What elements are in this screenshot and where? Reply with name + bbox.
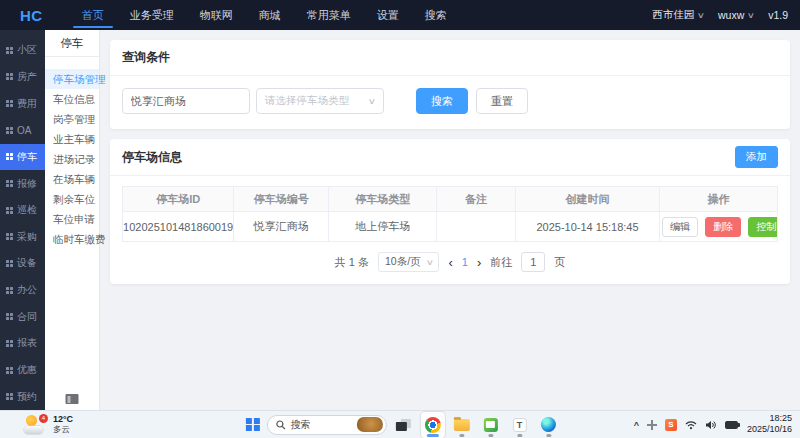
sidebar-item-parking[interactable]: 停车 bbox=[0, 144, 45, 171]
submenu-item-parking-lot-mgmt[interactable]: 停车场管理 bbox=[45, 69, 99, 89]
page-unit-label: 页 bbox=[554, 255, 565, 270]
sidebar-item-reservation[interactable]: 预约 bbox=[0, 383, 45, 410]
sidebar-item-community[interactable]: 小区 bbox=[0, 37, 45, 64]
taskbar-clock[interactable]: 18:25 2025/10/16 bbox=[747, 413, 792, 436]
nav-item-business[interactable]: 业务受理 bbox=[117, 0, 187, 30]
submenu-item-remaining-space[interactable]: 剩余车位 bbox=[45, 189, 99, 209]
sidebar-item-fees[interactable]: 费用 bbox=[0, 90, 45, 117]
chrome-button[interactable] bbox=[420, 412, 444, 438]
edge-button[interactable] bbox=[536, 412, 560, 438]
col-header-remark: 备注 bbox=[437, 187, 516, 212]
t-app-icon: T bbox=[512, 418, 526, 432]
goto-page-input[interactable] bbox=[521, 252, 545, 272]
nav-item-search[interactable]: 搜索 bbox=[412, 0, 460, 30]
version-label: v1.9 bbox=[768, 9, 788, 21]
sidebar-item-office[interactable]: 办公 bbox=[0, 277, 45, 304]
taskbar-search[interactable]: 搜索 bbox=[266, 415, 386, 435]
sidebar-item-discount[interactable]: 优惠 bbox=[0, 357, 45, 384]
sidebar-item-procurement[interactable]: 采购 bbox=[0, 223, 45, 250]
delete-button[interactable]: 删除 bbox=[705, 217, 741, 237]
t-app-button[interactable]: T bbox=[507, 412, 531, 438]
folder-icon bbox=[453, 419, 469, 431]
col-header-actions: 操作 bbox=[660, 187, 778, 212]
sidebar-item-report[interactable]: 报表 bbox=[0, 330, 45, 357]
wifi-icon[interactable] bbox=[685, 420, 697, 430]
chevron-down-icon: ∨ bbox=[747, 11, 755, 20]
submenu-item-booth-mgmt[interactable]: 岗亭管理 bbox=[45, 109, 99, 129]
search-placeholder: 搜索 bbox=[290, 418, 351, 432]
sidebar-item-oa[interactable]: OA bbox=[0, 117, 45, 144]
search-button[interactable]: 搜索 bbox=[416, 88, 468, 114]
photos-icon bbox=[483, 418, 497, 432]
grid-icon bbox=[6, 260, 13, 267]
submenu-item-owner-vehicle[interactable]: 业主车辆 bbox=[45, 129, 99, 149]
chevron-down-icon: ∨ bbox=[368, 97, 376, 106]
sidebar-item-property[interactable]: 房产 bbox=[0, 64, 45, 91]
weather-widget[interactable]: 4 12°C 多云 bbox=[24, 411, 73, 438]
submenu-item-space-info[interactable]: 车位信息 bbox=[45, 89, 99, 109]
table-row: 102025101481860019 悦享汇商场 地上停车场 2025-10-1… bbox=[123, 212, 778, 242]
search-highlight-thumbnail bbox=[356, 417, 382, 432]
prev-page-button[interactable]: ‹ bbox=[448, 256, 452, 269]
navbar-right: 西市佳园 ∨ wuxw ∨ v1.9 bbox=[652, 8, 788, 22]
submenu-item-temp-payment[interactable]: 临时车缴费 bbox=[45, 229, 99, 249]
page-size-select[interactable]: 10条/页 ∨ bbox=[378, 252, 439, 272]
submenu-item-entry-record[interactable]: 进场记录 bbox=[45, 149, 99, 169]
community-selector[interactable]: 西市佳园 ∨ bbox=[652, 8, 704, 22]
file-explorer-button[interactable] bbox=[449, 412, 473, 438]
next-page-button[interactable]: › bbox=[477, 256, 481, 269]
parking-type-select[interactable]: 请选择停车场类型 ∨ bbox=[256, 88, 384, 114]
secondary-sidebar: 停车 停车场管理 车位信息 岗亭管理 业主车辆 进场记录 在场车辆 剩余车位 车… bbox=[45, 30, 100, 410]
community-name: 西市佳园 bbox=[652, 8, 694, 22]
nav-item-home[interactable]: 首页 bbox=[69, 0, 117, 30]
volume-icon[interactable] bbox=[705, 420, 717, 430]
sidebar-item-equipment[interactable]: 设备 bbox=[0, 250, 45, 277]
cell-actions: 编辑 删除 控制台 bbox=[660, 212, 778, 242]
sidebar-item-inspection[interactable]: 巡检 bbox=[0, 197, 45, 224]
sun-icon bbox=[26, 415, 37, 426]
col-header-code: 停车场编号 bbox=[234, 187, 329, 212]
grid-icon bbox=[6, 180, 13, 187]
app-logo: HC bbox=[20, 7, 43, 24]
hidden-icons-chevron[interactable]: ^ bbox=[634, 420, 639, 430]
submenu-item-present-vehicle[interactable]: 在场车辆 bbox=[45, 169, 99, 189]
console-button[interactable]: 控制台 bbox=[748, 217, 777, 237]
cell-remark bbox=[437, 212, 516, 242]
grid-icon bbox=[6, 313, 13, 320]
start-button[interactable] bbox=[246, 418, 260, 432]
screen: HC 首页 业务受理 物联网 商城 常用菜单 设置 搜索 西市佳园 ∨ wuxw… bbox=[0, 0, 800, 438]
nav-item-settings[interactable]: 设置 bbox=[364, 0, 412, 30]
parking-info-header: 停车场信息 添加 bbox=[110, 139, 790, 176]
ime-icon[interactable] bbox=[647, 420, 657, 430]
grid-icon bbox=[6, 100, 13, 107]
edge-icon bbox=[541, 417, 556, 432]
query-card: 查询条件 请选择停车场类型 ∨ 搜索 重置 bbox=[110, 40, 790, 129]
grid-icon bbox=[6, 127, 13, 134]
grid-icon bbox=[6, 340, 13, 347]
col-header-created: 创建时间 bbox=[515, 187, 659, 212]
edit-button[interactable]: 编辑 bbox=[662, 217, 698, 237]
page-number-button[interactable]: 1 bbox=[462, 256, 468, 268]
col-header-id: 停车场ID bbox=[123, 187, 234, 212]
sidebar-item-contract[interactable]: 合同 bbox=[0, 303, 45, 330]
user-menu[interactable]: wuxw ∨ bbox=[718, 9, 754, 21]
sogou-input-icon[interactable]: S bbox=[665, 419, 677, 431]
taskbar: 4 12°C 多云 搜索 T ^ S bbox=[0, 410, 800, 438]
sidebar-item-repair[interactable]: 报修 bbox=[0, 170, 45, 197]
parking-name-input[interactable] bbox=[122, 88, 250, 114]
photos-button[interactable] bbox=[478, 412, 502, 438]
cell-code: 悦享汇商场 bbox=[234, 212, 329, 242]
nav-item-mall[interactable]: 商城 bbox=[246, 0, 294, 30]
submenu-item-space-apply[interactable]: 车位申请 bbox=[45, 209, 99, 229]
nav-item-common-menu[interactable]: 常用菜单 bbox=[294, 0, 364, 30]
grid-icon bbox=[6, 153, 13, 160]
nav-item-iot[interactable]: 物联网 bbox=[187, 0, 246, 30]
sidebar-collapse-icon[interactable] bbox=[66, 394, 79, 404]
total-count: 共 1 条 bbox=[335, 255, 369, 270]
add-button[interactable]: 添加 bbox=[735, 146, 778, 168]
taskview-button[interactable] bbox=[391, 412, 415, 438]
reset-button[interactable]: 重置 bbox=[476, 88, 528, 114]
submenu-items: 停车场管理 车位信息 岗亭管理 业主车辆 进场记录 在场车辆 剩余车位 车位申请… bbox=[45, 57, 99, 249]
battery-icon[interactable] bbox=[725, 421, 738, 429]
cloud-icon bbox=[24, 426, 43, 434]
